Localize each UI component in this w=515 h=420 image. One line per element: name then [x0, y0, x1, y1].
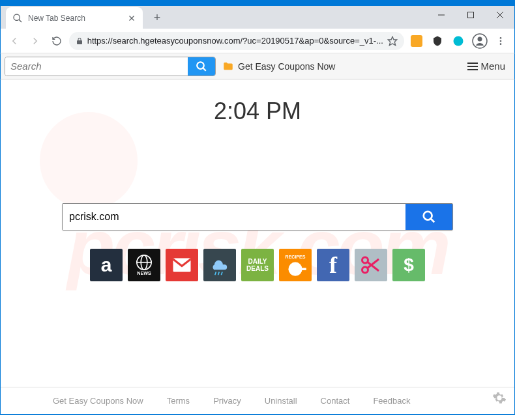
tab-close-icon[interactable]: [127, 14, 136, 23]
star-icon[interactable]: [387, 36, 398, 46]
browser-tab[interactable]: New Tab Search: [6, 7, 143, 29]
reload-button[interactable]: [48, 32, 65, 50]
main-search-input[interactable]: [63, 204, 405, 230]
new-tab-button[interactable]: +: [148, 8, 166, 27]
toolbar-brand[interactable]: Get Easy Coupons Now: [222, 61, 335, 72]
footer-contact-link[interactable]: Contact: [321, 396, 350, 406]
svg-rect-5: [467, 12, 473, 18]
footer-terms-link[interactable]: Terms: [167, 396, 190, 406]
svg-line-24: [215, 272, 216, 275]
weather-icon: [207, 252, 233, 278]
svg-text:RECIPES: RECIPES: [286, 255, 306, 259]
clock-display: 2:04 PM: [214, 98, 301, 125]
folder-icon: [222, 61, 234, 72]
maximize-button[interactable]: [456, 6, 485, 24]
close-window-button[interactable]: [485, 6, 514, 24]
footer-brand-link[interactable]: Get Easy Coupons Now: [53, 396, 143, 406]
extension-2-icon[interactable]: [429, 32, 446, 50]
tile-deals[interactable]: DAILYDEALS: [241, 249, 274, 281]
lock-icon: [76, 37, 83, 45]
main-search-container: [62, 203, 453, 231]
scissors-icon: [359, 253, 383, 277]
page-footer: Get Easy Coupons Now Terms Privacy Unins…: [1, 387, 514, 414]
svg-line-16: [203, 68, 206, 71]
svg-point-12: [500, 37, 502, 39]
svg-point-28: [288, 262, 302, 276]
search-icon: [196, 61, 207, 72]
address-bar[interactable]: https://search.hgeteasycouponsnow.com/?u…: [69, 32, 404, 50]
svg-line-25: [218, 272, 220, 275]
profile-avatar[interactable]: [471, 32, 488, 50]
window-titlebar: [0, 0, 515, 5]
address-bar-row: https://search.hgeteasycouponsnow.com/?u…: [0, 29, 515, 53]
tile-news[interactable]: NEWS: [128, 249, 160, 281]
svg-line-26: [221, 272, 222, 275]
main-search-button[interactable]: [405, 204, 452, 230]
svg-point-15: [197, 62, 204, 69]
svg-marker-8: [388, 36, 396, 45]
svg-point-31: [362, 267, 368, 273]
footer-privacy-link[interactable]: Privacy: [213, 396, 241, 406]
svg-text:NEWS: NEWS: [137, 270, 151, 276]
globe-icon: NEWS: [131, 252, 157, 278]
forward-button[interactable]: [27, 32, 44, 50]
tile-scissors[interactable]: [355, 249, 387, 281]
tile-weather[interactable]: [203, 249, 236, 281]
toolbar-search-container: [5, 57, 216, 76]
back-button[interactable]: [6, 32, 23, 50]
toolbar-brand-label: Get Easy Coupons Now: [238, 61, 335, 72]
tile-dollar[interactable]: $: [392, 249, 425, 281]
extension-1-icon[interactable]: [408, 32, 425, 50]
window-controls: [426, 6, 514, 29]
settings-gear-icon[interactable]: [492, 391, 507, 408]
svg-point-0: [14, 14, 20, 20]
minimize-button[interactable]: [426, 6, 456, 24]
hamburger-icon: [467, 63, 478, 70]
tile-recipes[interactable]: RECIPES: [279, 249, 312, 281]
toolbar-search-button[interactable]: [188, 57, 215, 76]
svg-rect-29: [302, 268, 306, 270]
extension-3-icon[interactable]: [450, 32, 467, 50]
footer-uninstall-link[interactable]: Uninstall: [265, 396, 297, 406]
shortcut-tiles: a NEWS DAILYDEALS RECIPES f $: [90, 249, 425, 281]
search-icon: [12, 13, 23, 23]
tile-facebook[interactable]: f: [317, 249, 349, 281]
watermark-circle: [40, 112, 138, 210]
search-icon: [422, 210, 436, 224]
page-content: pcrisk.com 2:04 PM a NEWS DAILYDEALS REC…: [0, 79, 515, 415]
toolbar-search-input[interactable]: [5, 57, 188, 76]
svg-line-1: [19, 20, 22, 22]
mail-icon: [170, 253, 194, 277]
menu-label: Menu: [480, 61, 505, 72]
toolbar-menu-button[interactable]: Menu: [462, 58, 510, 74]
tab-title: New Tab Search: [28, 14, 122, 23]
recipes-icon: RECIPES: [281, 251, 310, 279]
browser-menu-button[interactable]: [492, 32, 509, 50]
svg-point-14: [500, 43, 502, 45]
svg-point-17: [424, 212, 432, 220]
footer-feedback-link[interactable]: Feedback: [373, 396, 410, 406]
svg-point-13: [500, 40, 502, 42]
svg-point-9: [454, 36, 464, 46]
extension-toolbar: Get Easy Coupons Now Menu: [0, 53, 515, 79]
svg-point-11: [477, 36, 482, 41]
tile-amazon[interactable]: a: [90, 249, 123, 281]
svg-line-18: [431, 219, 435, 223]
url-text: https://search.hgeteasycouponsnow.com/?u…: [87, 36, 383, 46]
tile-gmail[interactable]: [166, 249, 198, 281]
tab-strip: New Tab Search +: [0, 5, 515, 29]
svg-point-30: [362, 257, 368, 263]
